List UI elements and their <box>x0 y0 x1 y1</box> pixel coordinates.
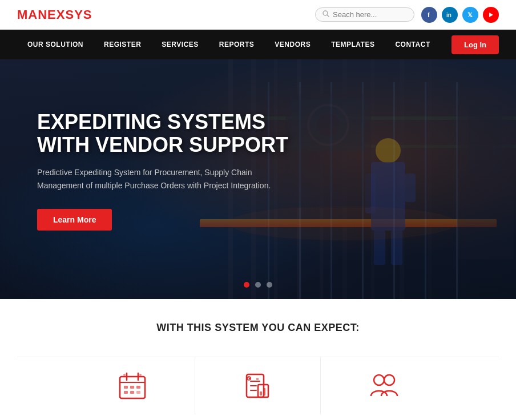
expect-section-title: WITH THIS SYSTEM YOU CAN EXPECT: <box>17 322 499 334</box>
expect-section: WITH THIS SYSTEM YOU CAN EXPECT: <box>0 299 516 420</box>
svg-text:f: f <box>428 11 430 18</box>
svg-marker-5 <box>489 13 493 17</box>
search-input[interactable] <box>333 10 407 19</box>
svg-line-54 <box>249 378 251 379</box>
svg-rect-39 <box>124 391 128 394</box>
search-bar[interactable] <box>315 7 414 22</box>
svg-rect-38 <box>136 386 140 389</box>
nav-vendors[interactable]: VENDORS <box>264 30 321 59</box>
logo-black: MANEX <box>17 7 65 22</box>
svg-point-55 <box>374 375 384 385</box>
hero-title: EXPEDITING SYSTEMS WITH VENDOR SUPPORT <box>37 111 300 156</box>
icon-item-reports <box>195 357 321 414</box>
svg-point-19 <box>376 138 401 163</box>
nav-reports[interactable]: REPORTS <box>209 30 265 59</box>
logo-red: SYS <box>65 7 92 22</box>
icons-row <box>17 357 499 414</box>
svg-rect-50 <box>263 388 265 395</box>
svg-point-29 <box>317 114 340 136</box>
svg-point-56 <box>384 375 394 385</box>
svg-rect-37 <box>130 386 134 389</box>
svg-rect-41 <box>136 391 140 394</box>
slide-dot-1[interactable] <box>244 282 249 288</box>
svg-rect-36 <box>124 386 128 389</box>
svg-rect-40 <box>130 391 134 394</box>
top-right: f in 𝕏 <box>315 7 499 23</box>
twitter-icon[interactable]: 𝕏 <box>462 7 478 23</box>
icon-item-calendar <box>70 357 195 414</box>
svg-point-43 <box>139 374 142 376</box>
search-icon <box>322 10 329 19</box>
youtube-icon[interactable] <box>483 7 499 23</box>
svg-line-1 <box>327 15 329 17</box>
main-nav: OUR SOLUTION REGISTER SERVICES REPORTS V… <box>0 30 516 59</box>
svg-rect-49 <box>260 391 262 395</box>
hero-section: EXPEDITING SYSTEMS WITH VENDOR SUPPORT P… <box>0 59 516 299</box>
svg-rect-24 <box>405 173 416 202</box>
hero-content: EXPEDITING SYSTEMS WITH VENDOR SUPPORT P… <box>37 111 300 231</box>
slide-dot-2[interactable] <box>255 282 261 288</box>
users-icon <box>366 369 401 403</box>
svg-text:𝕏: 𝕏 <box>467 11 473 18</box>
nav-services[interactable]: SERVICES <box>151 30 208 59</box>
slide-dots <box>244 282 272 288</box>
calendar-icon <box>115 369 150 403</box>
nav-register[interactable]: REGISTER <box>94 30 151 59</box>
svg-rect-31 <box>468 105 502 173</box>
nav-our-solution[interactable]: OUR SOLUTION <box>17 30 94 59</box>
reports-icon <box>241 369 275 403</box>
nav-contact[interactable]: CONTACT <box>385 30 440 59</box>
login-button[interactable]: Log In <box>452 35 499 54</box>
facebook-icon[interactable]: f <box>421 7 437 23</box>
icon-item-users <box>321 357 446 414</box>
linkedin-icon[interactable]: in <box>442 7 458 23</box>
nav-links: OUR SOLUTION REGISTER SERVICES REPORTS V… <box>17 30 452 59</box>
svg-point-42 <box>123 374 126 376</box>
nav-templates[interactable]: TEMPLATES <box>321 30 385 59</box>
social-icons: f in 𝕏 <box>421 7 499 23</box>
svg-rect-14 <box>428 59 432 299</box>
learn-more-button[interactable]: Learn More <box>37 209 112 231</box>
top-bar: MANEXSYS f in 𝕏 <box>0 0 516 30</box>
svg-text:in: in <box>446 12 452 18</box>
logo: MANEXSYS <box>17 7 92 22</box>
slide-dot-3[interactable] <box>267 282 272 288</box>
svg-rect-51 <box>256 378 259 380</box>
hero-subtitle: Predictive Expediting System for Procure… <box>37 166 300 192</box>
